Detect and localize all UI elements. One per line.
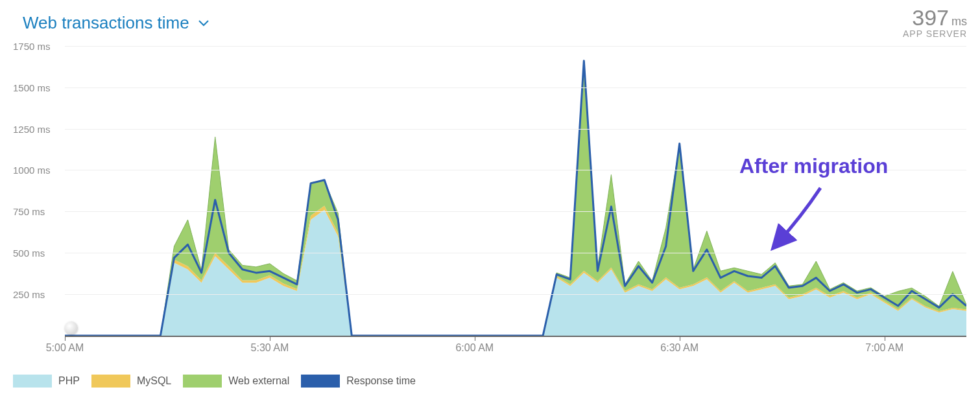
legend-label: Response time [346, 375, 416, 387]
x-axis-tick [65, 336, 66, 341]
legend-label: PHP [58, 375, 80, 387]
y-axis-label: 1000 ms [13, 165, 62, 176]
chart-title-dropdown[interactable]: Web transactions time [23, 13, 209, 33]
y-axis-label: 1500 ms [13, 82, 62, 93]
x-axis-tick [270, 336, 270, 341]
x-axis-tick [680, 336, 680, 341]
x-axis-tick [475, 336, 475, 341]
x-axis-label: 7:00 AM [865, 342, 903, 354]
x-axis-label: 5:00 AM [46, 342, 84, 354]
y-axis-label: 250 ms [13, 289, 62, 300]
y-axis-label: 1750 ms [13, 40, 62, 51]
gridline [65, 46, 966, 47]
metric-unit: ms [951, 15, 967, 28]
x-axis-label: 5:30 AM [251, 342, 289, 354]
x-axis-label: 6:30 AM [660, 342, 699, 354]
x-axis-label: 6:00 AM [455, 342, 494, 354]
x-axis-tick [885, 336, 885, 341]
chart-title: Web transactions time [23, 13, 189, 33]
legend-swatch [91, 375, 130, 388]
legend-item-mysql[interactable]: MySQL [91, 375, 171, 388]
legend-label: Web external [228, 375, 289, 387]
y-axis-label: 500 ms [13, 248, 62, 259]
chevron-down-icon [198, 17, 209, 29]
y-axis-label: 1250 ms [13, 123, 62, 134]
legend-item-php[interactable]: PHP [13, 375, 80, 388]
annotation-arrow-icon [765, 181, 843, 259]
timeline-scrubber-handle[interactable] [65, 321, 78, 334]
legend-swatch [183, 375, 222, 388]
legend-swatch [301, 375, 340, 388]
legend-label: MySQL [137, 375, 171, 387]
header-metric: 397ms APP SERVER [903, 6, 967, 39]
annotation-text: After migration [739, 154, 888, 178]
y-axis-label: 750 ms [13, 206, 62, 217]
x-axis-line [65, 336, 966, 337]
metric-value: 397 [912, 5, 949, 30]
legend-item-response-time[interactable]: Response time [301, 375, 416, 388]
gridline [65, 294, 966, 295]
legend: PHP MySQL Web external Response time [13, 375, 427, 388]
legend-item-web-external[interactable]: Web external [183, 375, 289, 388]
gridline [65, 129, 966, 130]
legend-swatch [13, 375, 52, 388]
gridline [65, 87, 966, 88]
